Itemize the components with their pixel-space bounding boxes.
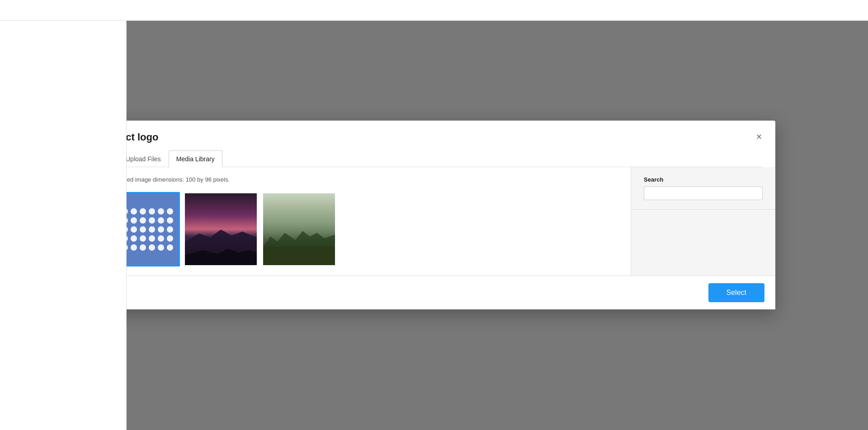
dot	[167, 208, 173, 215]
dot	[158, 244, 164, 251]
dot	[149, 244, 155, 251]
forest-landscape-image	[263, 193, 335, 265]
media-sidebar: Search	[631, 167, 775, 276]
dot	[167, 235, 173, 242]
tab-media-library[interactable]: Media Library	[169, 150, 222, 167]
dot	[149, 217, 155, 224]
media-content-area: Suggested image dimensions: 100 by 96 pi…	[93, 167, 631, 276]
media-image-grid	[105, 192, 618, 266]
media-image-item[interactable]	[262, 192, 336, 266]
dot	[140, 208, 146, 215]
suggested-dimensions-text: Suggested image dimensions: 100 by 96 pi…	[105, 176, 618, 183]
dot	[158, 217, 164, 224]
dot	[131, 235, 137, 242]
dot	[140, 244, 146, 251]
search-area: Search	[631, 167, 775, 210]
dot	[140, 226, 146, 233]
modal-close-button[interactable]: ×	[752, 130, 766, 144]
modal-header: Select logo × Upload Files Media Library	[93, 121, 775, 167]
media-image-item[interactable]	[184, 192, 258, 266]
background-sidebar	[0, 21, 127, 430]
modal-footer: Select	[93, 276, 775, 309]
dot	[131, 244, 137, 251]
dot	[131, 208, 137, 215]
search-input[interactable]	[644, 187, 763, 200]
dot	[158, 208, 164, 215]
modal-title: Select logo	[105, 131, 763, 143]
dot	[140, 217, 146, 224]
dot	[131, 226, 137, 233]
dot	[158, 226, 164, 233]
search-label: Search	[644, 176, 763, 183]
mountain-sunset-image	[185, 193, 257, 265]
dot	[131, 217, 137, 224]
modal-body: Suggested image dimensions: 100 by 96 pi…	[93, 167, 775, 276]
dot	[167, 226, 173, 233]
modal-overlay: Select logo × Upload Files Media Library…	[0, 0, 868, 430]
select-button[interactable]: Select	[708, 283, 764, 302]
select-logo-modal: Select logo × Upload Files Media Library…	[93, 121, 775, 309]
modal-tabs: Upload Files Media Library	[105, 150, 763, 167]
dot	[149, 235, 155, 242]
dot	[140, 235, 146, 242]
dot	[167, 217, 173, 224]
background-topbar	[0, 0, 868, 21]
dot	[158, 235, 164, 242]
dot	[167, 244, 173, 251]
dot	[149, 208, 155, 215]
dot	[149, 226, 155, 233]
